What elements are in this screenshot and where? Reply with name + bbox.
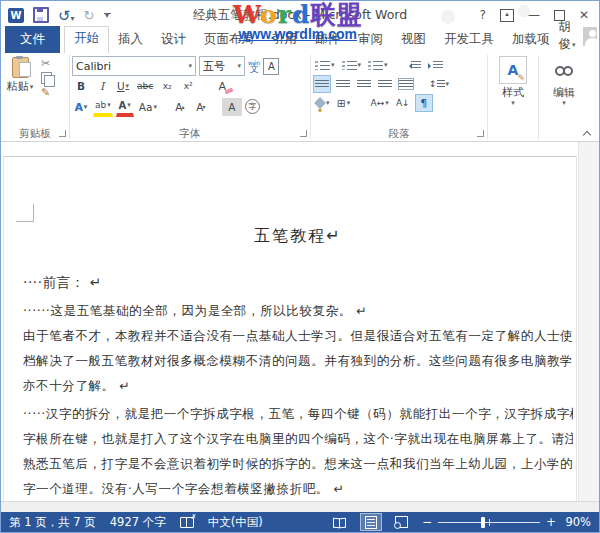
style-pen-icon: ✎	[517, 73, 525, 83]
change-case-icon[interactable]: Aa	[137, 98, 159, 116]
styles-icon[interactable]: A ✎	[499, 56, 527, 84]
web-layout-icon[interactable]	[391, 513, 413, 531]
save-icon[interactable]	[33, 7, 49, 23]
collapse-ribbon-icon[interactable]	[583, 131, 591, 137]
format-painter-icon[interactable]: ✎	[41, 87, 52, 98]
tab-insert[interactable]: 插入	[109, 27, 152, 53]
paste-button[interactable]: 粘贴	[3, 55, 37, 126]
strikethrough-button[interactable]: abc	[135, 77, 155, 95]
tab-design[interactable]: 设计	[152, 27, 195, 53]
superscript-button[interactable]: x²	[179, 77, 197, 95]
bullets-icon[interactable]	[313, 56, 337, 74]
copy-icon[interactable]	[41, 72, 52, 84]
clear-formatting-icon[interactable]: A	[213, 77, 231, 95]
editing-icon[interactable]	[550, 56, 578, 84]
font-name-combo[interactable]: Calibri ▾	[72, 56, 196, 76]
tab-review[interactable]: 审阅	[349, 27, 392, 53]
bold-button[interactable]: B	[72, 77, 90, 95]
character-border-icon[interactable]: A	[263, 58, 279, 75]
tab-addins[interactable]: 加载项	[503, 27, 559, 53]
zoom-in-icon[interactable]: +	[546, 516, 556, 528]
multilevel-list-icon[interactable]	[366, 56, 390, 74]
highlight-color-icon[interactable]: ab	[93, 96, 113, 117]
increase-indent-icon[interactable]	[426, 56, 445, 74]
numbering-icon[interactable]	[340, 56, 364, 74]
font-dialog-launcher-icon[interactable]	[300, 130, 307, 137]
redo-icon[interactable]: ↻	[84, 9, 95, 22]
show-hide-marks-icon[interactable]: ¶	[415, 94, 433, 112]
grow-font-icon[interactable]: A▴	[171, 98, 189, 116]
tab-page-layout[interactable]: 页面布局	[195, 27, 263, 53]
page-left-edge	[3, 156, 4, 502]
user-name[interactable]: 胡俊	[559, 19, 580, 53]
align-left-icon[interactable]	[313, 75, 331, 93]
zoom-level[interactable]: 90%	[565, 515, 591, 529]
paragraph-dialog-launcher-icon[interactable]	[477, 130, 484, 137]
undo-dropdown-icon[interactable]: ▾	[71, 14, 75, 23]
tab-file[interactable]: 文件	[5, 26, 60, 53]
page-right-edge	[576, 156, 577, 502]
text-boundary-crop-mark	[16, 204, 34, 222]
tab-view[interactable]: 视图	[392, 27, 435, 53]
status-bar: 第 1 页，共 7 页 4927 个字 中文(中国) − + 90%	[1, 512, 599, 532]
sort-icon[interactable]: A↓	[394, 94, 412, 112]
styles-label[interactable]: 样式	[490, 86, 536, 99]
paste-label: 粘贴	[7, 79, 34, 94]
editing-label[interactable]: 编辑	[541, 86, 587, 99]
tab-references[interactable]: 引用	[263, 27, 306, 53]
tab-developer[interactable]: 开发工具	[435, 27, 503, 53]
clipboard-dialog-launcher-icon[interactable]	[59, 130, 66, 137]
subscript-button[interactable]: x₂	[158, 77, 176, 95]
styles-dropdown-icon[interactable]: ▾	[490, 99, 536, 107]
font-size-combo[interactable]: 五号 ▾	[199, 56, 245, 76]
asian-layout-icon[interactable]: A↔	[369, 94, 391, 112]
italic-button[interactable]: I	[93, 77, 111, 95]
avatar[interactable]	[583, 27, 597, 46]
zoom-slider-thumb[interactable]	[481, 517, 485, 528]
shrink-font-icon[interactable]: A▾	[192, 98, 210, 116]
phonetic-guide-icon[interactable]: wén 文	[248, 60, 260, 73]
align-right-icon[interactable]	[355, 75, 373, 93]
tab-home[interactable]: 开始	[64, 26, 109, 53]
account-area[interactable]: 胡俊	[559, 19, 600, 53]
document-canvas[interactable]: 五笔教程↵ ····前言： ↵ ······这是五笔基础的全部，因为是全部，所以…	[1, 142, 599, 502]
cut-icon[interactable]: ✂	[41, 58, 52, 69]
distribute-icon[interactable]	[397, 75, 415, 93]
ribbon-tabs: 文件 开始 插入 设计 页面布局 引用 邮件 审阅 视图 开发工具 加载项 胡俊	[1, 29, 599, 53]
decrease-indent-icon[interactable]	[404, 56, 423, 74]
minimize-icon[interactable]: —	[528, 9, 540, 21]
font-size-dropdown-icon[interactable]: ▾	[234, 62, 241, 70]
text-effects-icon[interactable]: A	[72, 98, 90, 116]
proofing-status-icon[interactable]	[180, 517, 194, 528]
paragraph-line: 熟悉五笔后，打字是不会意识着初学时候的拆字的。想来这一点和我们当年上幼儿园，上小…	[23, 451, 573, 476]
enclose-characters-icon[interactable]: 字	[245, 99, 260, 114]
justify-icon[interactable]	[376, 75, 394, 93]
paragraph-line: 档解决了一般五笔教材对很多概念模糊不清的问题。并有独到的分析。这些问题有很多电脑…	[23, 348, 573, 373]
align-center-icon[interactable]	[334, 75, 352, 93]
font-name-dropdown-icon[interactable]: ▾	[185, 62, 192, 70]
borders-icon[interactable]: ⊞	[335, 94, 353, 112]
page-indicator[interactable]: 第 1 页，共 7 页	[9, 515, 96, 530]
ribbon-display-options-icon[interactable]: ▴	[500, 9, 514, 22]
word-count[interactable]: 4927 个字	[110, 515, 166, 530]
undo-button[interactable]: ↺▾	[58, 6, 75, 25]
clipboard-group-label: 剪贴板	[3, 126, 67, 141]
zoom-slider[interactable]	[438, 516, 540, 528]
language-indicator[interactable]: 中文(中国)	[208, 515, 263, 530]
print-layout-icon[interactable]	[360, 513, 382, 531]
line-spacing-icon[interactable]: ↕	[427, 75, 451, 93]
customize-qat-icon[interactable]: ▾	[104, 13, 111, 18]
font-color-icon[interactable]: A	[116, 96, 134, 117]
read-mode-icon[interactable]	[329, 513, 351, 531]
character-shading-icon[interactable]: A	[222, 98, 242, 116]
editing-dropdown-icon[interactable]: ▾	[541, 99, 587, 107]
zoom-out-icon[interactable]: −	[422, 516, 432, 528]
document-preface-heading: ····前言： ↵	[23, 270, 573, 295]
underline-button[interactable]: U	[114, 77, 132, 95]
vertical-scrollbar[interactable]	[578, 142, 599, 502]
tab-mailings[interactable]: 邮件	[306, 27, 349, 53]
paste-icon	[12, 57, 29, 78]
horizontal-scrollbar[interactable]	[1, 501, 599, 512]
shading-icon[interactable]	[313, 94, 332, 112]
help-icon[interactable]: ?	[480, 9, 486, 21]
